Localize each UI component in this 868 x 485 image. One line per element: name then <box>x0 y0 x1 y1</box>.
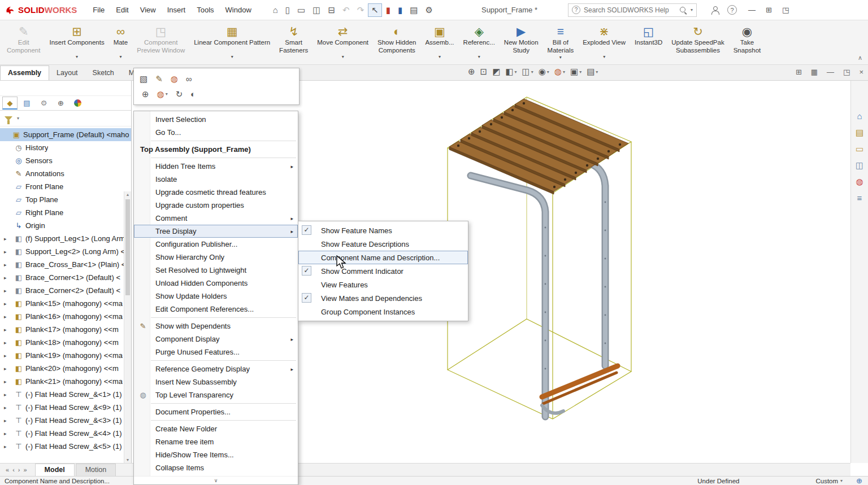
command-tab[interactable]: Layout <box>49 66 85 80</box>
context-menu-item[interactable]: ◍ Top Level Transparency ▸ <box>134 388 298 401</box>
context-toolbar-button[interactable]: ⊕ ▾ <box>142 89 149 99</box>
toolbar-button[interactable]: ▯ ▾ <box>282 3 293 17</box>
ribbon-button[interactable]: ▶ New Motion Study ▾ <box>500 22 543 64</box>
view-toolbar-button[interactable]: ▣ ▾ <box>570 67 581 77</box>
context-menu-item[interactable]: ✎ Show with Dependents ▸ <box>134 320 298 333</box>
ribbon-button[interactable]: ⋇ Exploded View ▾ <box>578 22 630 64</box>
scrollbar-thumb[interactable] <box>125 199 130 295</box>
menu-expand-chevron[interactable]: ∨ <box>134 476 298 484</box>
tree-item[interactable]: ▸ ⊤ (-) Flat Head Screw_&<9> (1) <box>0 401 131 414</box>
expand-arrow-icon[interactable]: ▸ <box>4 236 7 242</box>
context-menu-item[interactable]: Edit Component References... ▸ <box>134 303 298 316</box>
model-tab[interactable]: Motion <box>76 464 116 476</box>
menu-item[interactable]: File <box>87 3 110 17</box>
ribbon-button[interactable]: ◈ Referenc... ▾ <box>459 22 500 64</box>
view-toolbar-button[interactable]: ⊕ ▾ <box>468 67 475 77</box>
view-toolbar-button[interactable]: ◩ ▾ <box>492 67 500 77</box>
context-menu-item[interactable]: Rename tree item ▸ <box>134 435 298 448</box>
expand-arrow-icon[interactable]: ▸ <box>4 275 7 281</box>
panel-tab[interactable]: ⚙ <box>36 97 51 110</box>
view-toolbar-button[interactable]: ⊡ ▾ <box>480 67 488 77</box>
toolbar-button[interactable]: ▤ ▾ <box>406 3 421 17</box>
window-control-button[interactable]: ◳ <box>782 6 789 14</box>
expand-arrow-icon[interactable]: ▸ <box>4 314 7 320</box>
document-window-button[interactable]: ◳ <box>843 68 850 76</box>
expand-arrow-icon[interactable]: ▸ <box>4 431 7 436</box>
context-menu-item[interactable]: Component Display ▸ <box>134 333 298 346</box>
toolbar-button[interactable]: ↖ ▾ <box>368 3 382 17</box>
expand-arrow-icon[interactable]: ▸ <box>4 392 7 397</box>
toolbar-button[interactable]: ▭ ▾ <box>294 3 309 17</box>
ribbon-button[interactable]: ↯ Smart Fasteners ▾ <box>275 22 313 64</box>
submenu-item[interactable]: ✓ View Features <box>298 278 468 291</box>
chevron-down-icon[interactable]: ▾ <box>559 55 562 60</box>
ribbon-button[interactable]: ⇄ Move Component ▾ <box>313 22 373 64</box>
context-menu-item[interactable]: Show Hierarchy Only ▸ <box>134 251 298 264</box>
view-toolbar-button[interactable]: ◉ ▾ <box>539 67 549 77</box>
toolbar-button[interactable]: ↶ ▾ <box>339 3 353 17</box>
tree-item[interactable]: ▸ ✎ Annotations <box>0 167 131 180</box>
ribbon-button[interactable]: ◉ Take Snapshot ▾ <box>729 22 766 64</box>
tree-item[interactable]: ▸ ◧ Plank<20> (mahogony) <<m <box>0 362 131 375</box>
expand-arrow-icon[interactable]: ▸ <box>4 405 7 410</box>
ribbon-button[interactable]: ✎ Edit Component ▾ <box>2 22 45 64</box>
active-configuration[interactable]: Custom ▾ <box>815 478 843 484</box>
ribbon-button[interactable]: ∞ Mate ▾ <box>109 22 133 64</box>
chevron-down-icon[interactable]: ▾ <box>563 69 565 75</box>
chevron-down-icon[interactable]: ▾ <box>603 54 605 60</box>
tree-item[interactable]: ▸ ▱ Right Plane <box>0 206 131 219</box>
view-toolbar-button[interactable]: ◧ ▾ <box>505 67 517 77</box>
tree-item[interactable]: ▸ ◧ Brace_Corner<2> (Default) < <box>0 284 131 297</box>
expand-arrow-icon[interactable]: ▸ <box>4 340 7 346</box>
expand-arrow-icon[interactable]: ▸ <box>4 327 7 333</box>
context-menu-item[interactable]: Tree Display ▸ <box>134 225 298 238</box>
scroll-down-icon[interactable]: ▼ <box>124 458 131 462</box>
document-window-button[interactable]: ▦ <box>811 68 818 76</box>
panel-tab[interactable]: ◆ <box>2 97 18 110</box>
tab-nav-arrow-icon[interactable]: « <box>6 466 9 473</box>
tree-item[interactable]: ▸ ↳ Origin <box>0 219 131 232</box>
menu-item[interactable]: Insert <box>162 3 192 17</box>
submenu-item[interactable]: ✓ Show Comment Indicator <box>298 264 468 278</box>
ribbon-button[interactable]: ▦ Linear Component Pattern ▾ <box>189 22 275 64</box>
tree-item[interactable]: ▸ ⊤ (-) Flat Head Screw_&<4> (1) <box>0 427 131 440</box>
panel-tab[interactable] <box>70 97 85 110</box>
document-window-button[interactable]: — <box>827 68 834 76</box>
expand-arrow-icon[interactable]: ▸ <box>4 366 7 372</box>
context-menu-item[interactable]: Purge Unused Features... ▸ <box>134 346 298 359</box>
help-search-box[interactable]: ? ▾ <box>568 3 697 17</box>
chevron-down-icon[interactable]: ▾ <box>579 69 581 75</box>
context-menu-item[interactable]: Hidden Tree Items ▸ <box>134 160 298 173</box>
chevron-down-icon[interactable]: ▾ <box>76 54 78 60</box>
context-menu-item[interactable]: Insert New Subassembly ▸ <box>134 375 298 388</box>
menu-item[interactable]: Window <box>220 3 257 17</box>
chevron-down-icon[interactable]: ▾ <box>840 478 843 483</box>
context-menu-item[interactable]: Reference Geometry Display ▸ <box>134 362 298 375</box>
expand-arrow-icon[interactable]: ▸ <box>4 418 7 423</box>
expand-arrow-icon[interactable]: ▸ <box>4 262 7 268</box>
expand-arrow-icon[interactable]: ▸ <box>4 249 7 255</box>
command-tab[interactable]: Sketch <box>85 66 121 80</box>
view-toolbar-button[interactable]: ◫ ▾ <box>522 67 533 77</box>
search-dropdown-caret-icon[interactable]: ▾ <box>691 7 693 12</box>
tree-root-item[interactable]: ▣ Support_Frame (Default) <maho <box>0 128 131 141</box>
toolbar-button[interactable]: ◫ ▾ <box>309 3 324 17</box>
context-menu-item[interactable]: Hide/Show Tree Items... ▸ <box>134 448 298 461</box>
submenu-item[interactable]: ✓ Component Name and Description... <box>298 251 468 264</box>
chevron-down-icon[interactable]: ▾ <box>342 54 344 60</box>
expand-arrow-icon[interactable]: ▸ <box>4 379 7 384</box>
view-toolbar-button[interactable]: ▤ ▾ <box>587 67 598 77</box>
context-menu-item[interactable]: Invert Selection ▸ <box>134 113 298 126</box>
chevron-down-icon[interactable]: ▾ <box>531 69 533 75</box>
tab-nav-arrow-icon[interactable]: › <box>18 466 20 473</box>
toolbar-button[interactable]: ⌂ ▾ <box>270 3 281 17</box>
context-menu-item[interactable]: Configuration Publisher... ▸ <box>134 238 298 251</box>
chevron-down-icon[interactable]: ▾ <box>17 116 19 121</box>
context-menu-item[interactable]: Create New Folder ▸ <box>134 422 298 435</box>
user-account-icon[interactable] <box>710 6 719 15</box>
chevron-down-icon[interactable]: ▾ <box>166 91 168 97</box>
search-icon[interactable] <box>679 6 687 14</box>
context-toolbar-button[interactable]: ∞ ▾ <box>186 74 192 84</box>
tree-item[interactable]: ▸ ◧ Plank<18> (mahogony) <<m <box>0 336 131 349</box>
tree-item[interactable]: ▸ ◧ Plank<17> (mahogony) <<m <box>0 323 131 336</box>
